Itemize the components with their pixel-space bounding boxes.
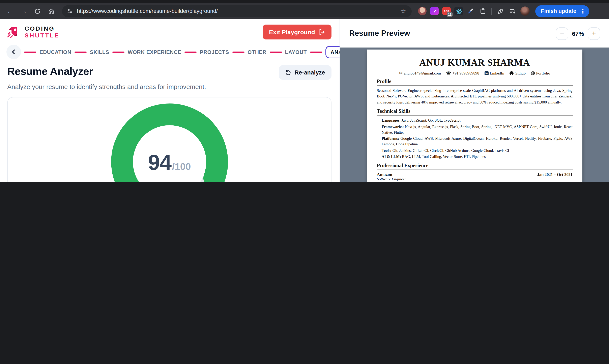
linkedin-icon: in <box>485 71 489 75</box>
portfolio-icon <box>531 71 535 75</box>
stepper-connector <box>310 51 322 52</box>
finish-update-button[interactable]: Finish update ⋮ <box>535 5 589 17</box>
tab-projects[interactable]: PROJECTS <box>200 49 229 55</box>
phone-icon: ☎ <box>446 71 451 75</box>
home-icon[interactable] <box>45 5 57 17</box>
stepper-connector <box>112 51 124 52</box>
window-strip <box>0 0 609 3</box>
adblock-extension-icon[interactable]: ABP 11 <box>442 7 451 15</box>
resume-section-skills: Technical Skills <box>377 108 572 115</box>
reload-icon[interactable] <box>31 5 43 17</box>
zoom-level: 67% <box>572 30 584 37</box>
brand-logo[interactable]: CODING SHUTTLE <box>6 25 59 39</box>
forward-icon[interactable]: → <box>18 5 30 17</box>
eyedropper-extension-icon[interactable] <box>466 7 475 15</box>
url-text: https://www.codingshuttle.com/resume-bui… <box>77 8 398 14</box>
preview-panel: Resume Preview − 67% + ANUJ KUMAR SHARMA… <box>340 19 609 182</box>
tab-education[interactable]: EDUCATION <box>40 49 71 55</box>
bookmark-star-icon[interactable]: ☆ <box>398 7 408 15</box>
brand-line2: SHUTTLE <box>25 32 59 39</box>
stepper-connector <box>24 51 36 52</box>
profile-avatar[interactable] <box>520 6 530 16</box>
minus-icon: − <box>560 29 564 38</box>
tab-analyzer[interactable]: ANALYZER <box>325 46 340 58</box>
kebab-menu-icon[interactable]: ⋮ <box>580 8 586 14</box>
tab-skills[interactable]: SKILLS <box>90 49 109 55</box>
contact-email: ✉anuj55149@gmail.com <box>399 71 441 75</box>
face-extension-icon[interactable] <box>418 7 426 15</box>
preview-title: Resume Preview <box>349 29 410 38</box>
overall-score: 94 <box>148 150 171 175</box>
analyzer-panel: CODING SHUTTLE Exit Playground EDUCATION… <box>0 19 340 182</box>
tab-work-experience[interactable]: WORK EXPERIENCE <box>128 49 181 55</box>
rocket-logo-icon <box>6 25 21 39</box>
brand-line1: CODING <box>25 25 59 32</box>
page-subtitle: Analyze your resume to identify strength… <box>0 80 340 91</box>
stepper-connector <box>270 51 282 52</box>
zoom-out-button[interactable]: − <box>556 27 568 40</box>
exit-playground-button[interactable]: Exit Playground <box>263 25 331 39</box>
refresh-icon <box>285 69 291 76</box>
resume-page-1: ANUJ KUMAR SHARMA ✉anuj55149@gmail.com☎+… <box>367 50 582 182</box>
resume-skills-list: Languages: Java, JavaScript, Go, SQL, Ty… <box>377 118 572 160</box>
contact-github[interactable]: Github <box>510 71 526 75</box>
resume-name: ANUJ KUMAR SHARMA <box>377 58 572 68</box>
resume-section-profile: Profile <box>377 78 572 85</box>
overall-score-suffix: /100 <box>172 161 191 172</box>
tab-layout[interactable]: LAYOUT <box>285 49 307 55</box>
browser-toolbar: ← → https://www.codingshuttle.com/resume… <box>0 3 609 19</box>
overall-gauge: 94 /100 <box>105 102 234 182</box>
skill-item: AI & LLM: RAG, LLM, Tool Calling, Vector… <box>382 154 572 160</box>
github-icon <box>510 71 514 75</box>
skill-item: Platforms: Google Cloud, AWS, Microsoft … <box>382 136 572 147</box>
stepper-back-button[interactable] <box>6 45 21 59</box>
url-bar[interactable]: https://www.codingshuttle.com/resume-bui… <box>62 5 412 17</box>
clipboard-extension-icon[interactable] <box>478 7 487 15</box>
preview-scroll-area[interactable]: ANUJ KUMAR SHARMA ✉anuj55149@gmail.com☎+… <box>340 48 609 182</box>
plus-icon: + <box>592 29 596 38</box>
extension-badge: 11 <box>447 12 453 17</box>
skill-item: Tools: Git, Jenkins, GitLab CI, CircleCI… <box>382 148 572 153</box>
skill-item: Frameworks: Next.js, Angular, Express.js… <box>382 124 572 135</box>
media-control-icon[interactable] <box>508 7 517 15</box>
email-icon: ✉ <box>399 71 403 75</box>
page-title: Resume Analyzer <box>7 65 93 78</box>
tab-other[interactable]: OTHER <box>248 49 266 55</box>
extensions-row: ABP 11 <box>418 6 530 16</box>
resume-jobs: AmazonJan 2021 – Oct 2021Software Engine… <box>377 172 572 182</box>
resume-section-experience: Professional Experience <box>377 163 572 169</box>
stepper-connector <box>232 51 244 52</box>
preview-header: Resume Preview − 67% + <box>340 19 609 48</box>
section-stepper: EDUCATIONSKILLSWORK EXPERIENCEPROJECTSOT… <box>0 42 340 63</box>
job-header: AmazonJan 2021 – Oct 2021 <box>377 172 572 177</box>
site-info-icon[interactable] <box>67 8 73 14</box>
back-icon[interactable]: ← <box>4 5 16 17</box>
zoom-in-button[interactable]: + <box>588 27 600 40</box>
resume-contacts: ✉anuj55149@gmail.com☎+91 9898989898inLin… <box>377 71 572 75</box>
battery-saver-icon[interactable] <box>496 7 505 15</box>
contact-portfolio[interactable]: Portfolio <box>531 71 550 75</box>
toolbar-divider <box>491 7 492 15</box>
skill-item: Languages: Java, JavaScript, Go, SQL, Ty… <box>382 118 572 124</box>
job-role: Software Engineer <box>377 177 572 181</box>
purple-extension-icon[interactable] <box>430 7 439 15</box>
logout-icon <box>318 29 325 35</box>
reanalyze-button[interactable]: Re-analyze <box>279 65 331 80</box>
stepper-connector <box>75 51 87 52</box>
analyzer-card: 94 /100 High Impact Resume Analyzed 2 da… <box>7 97 331 182</box>
contact-linkedin[interactable]: inLinkedIn <box>485 71 504 75</box>
browser-chrome: ← → https://www.codingshuttle.com/resume… <box>0 0 609 19</box>
react-devtools-icon[interactable] <box>454 7 463 15</box>
chevron-left-icon <box>11 49 16 55</box>
stepper-connector <box>185 51 197 52</box>
app-window: ← → https://www.codingshuttle.com/resume… <box>0 0 609 182</box>
contact-phone: ☎+91 9898989898 <box>446 71 479 75</box>
app-header: CODING SHUTTLE Exit Playground <box>0 19 340 42</box>
resume-profile-text: Seasoned Software Engineer specializing … <box>377 88 572 105</box>
